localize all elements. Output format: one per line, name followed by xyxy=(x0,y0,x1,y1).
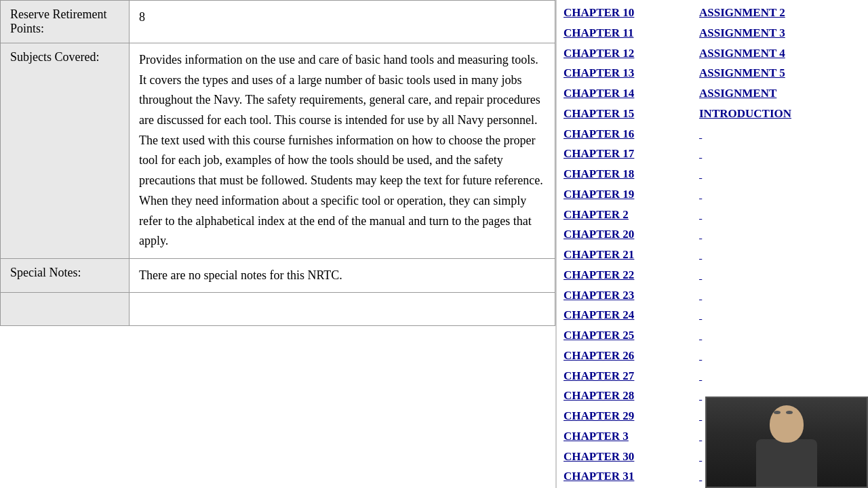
chapter-link[interactable]: CHAPTER 26 xyxy=(564,346,692,366)
person-head xyxy=(770,405,804,443)
assignment-empty xyxy=(699,224,855,245)
chapter-link[interactable]: CHAPTER 21 xyxy=(564,245,692,265)
chapter-link[interactable]: CHAPTER 3 xyxy=(564,426,692,447)
empty-value xyxy=(130,292,555,326)
empty-row xyxy=(1,292,555,326)
chapter-link[interactable]: CHAPTER 23 xyxy=(564,285,692,306)
chapter-link[interactable]: CHAPTER 12 xyxy=(564,43,692,64)
chapter-link[interactable]: CHAPTER 16 xyxy=(564,124,692,144)
chapter-link[interactable]: CHAPTER 15 xyxy=(564,104,692,124)
chapter-link[interactable]: CHAPTER 28 xyxy=(564,386,692,406)
assignment-empty xyxy=(699,346,855,366)
chapter-link[interactable]: CHAPTER 31 xyxy=(564,466,692,487)
chapter-link[interactable]: CHAPTER 11 xyxy=(564,23,692,43)
chapter-link[interactable]: CHAPTER 24 xyxy=(564,305,692,325)
chapter-link[interactable]: CHAPTER 10 xyxy=(564,3,692,23)
assignment-link[interactable]: ASSIGNMENT 5 xyxy=(699,63,855,83)
retirement-label: Reserve Retirement Points: xyxy=(1,1,130,43)
assignment-empty xyxy=(699,285,855,306)
chapter-column: CHAPTER 10CHAPTER 11CHAPTER 12CHAPTER 13… xyxy=(557,3,692,488)
webcam-person xyxy=(707,398,867,487)
assignment-empty xyxy=(699,124,855,144)
chapter-link[interactable]: CHAPTER 18 xyxy=(564,164,692,184)
assignment-link[interactable]: ASSIGNMENT xyxy=(699,83,855,104)
special-notes-row: Special Notes: There are no special note… xyxy=(1,258,555,292)
chapter-link[interactable]: CHAPTER 27 xyxy=(564,366,692,386)
subjects-row: Subjects Covered: Provides information o… xyxy=(1,43,555,259)
empty-label xyxy=(1,292,130,326)
person-figure xyxy=(756,402,817,487)
main-content: Reserve Retirement Points: 8 Subjects Co… xyxy=(0,0,556,488)
assignment-empty xyxy=(699,366,855,386)
assignment-empty xyxy=(699,184,855,205)
chapter-link[interactable]: CHAPTER 19 xyxy=(564,184,692,205)
special-notes-label: Special Notes: xyxy=(1,258,130,292)
info-table: Reserve Retirement Points: 8 Subjects Co… xyxy=(0,0,555,326)
retirement-value: 8 xyxy=(130,1,555,43)
chapter-link[interactable]: CHAPTER 13 xyxy=(564,63,692,83)
assignment-empty xyxy=(699,205,855,225)
assignment-empty xyxy=(699,245,855,265)
assignment-empty xyxy=(699,265,855,285)
chapter-link[interactable]: CHAPTER 17 xyxy=(564,144,692,164)
chapter-link[interactable]: CHAPTER 22 xyxy=(564,265,692,285)
assignment-empty xyxy=(699,144,855,164)
chapter-link[interactable]: CHAPTER 30 xyxy=(564,447,692,467)
assignment-empty xyxy=(699,164,855,184)
chapter-link[interactable]: CHAPTER 2 xyxy=(564,205,692,225)
chapter-link[interactable]: CHAPTER 25 xyxy=(564,325,692,346)
webcam-overlay xyxy=(705,396,868,488)
chapter-link[interactable]: CHAPTER 29 xyxy=(564,406,692,426)
subjects-label: Subjects Covered: xyxy=(1,43,130,259)
assignment-link[interactable]: ASSIGNMENT 2 xyxy=(699,3,855,23)
assignment-link[interactable]: INTRODUCTION xyxy=(699,104,855,124)
person-body xyxy=(756,439,817,487)
assignment-link[interactable]: ASSIGNMENT 4 xyxy=(699,43,855,64)
assignment-empty xyxy=(699,305,855,325)
chapter-link[interactable]: CHAPTER 20 xyxy=(564,224,692,245)
chapter-link[interactable]: CHAPTER 14 xyxy=(564,83,692,104)
subjects-value: Provides information on the use and care… xyxy=(130,43,555,259)
assignment-link[interactable]: ASSIGNMENT 3 xyxy=(699,23,855,43)
special-notes-value: There are no special notes for this NRTC… xyxy=(130,258,555,292)
retirement-row: Reserve Retirement Points: 8 xyxy=(1,1,555,43)
assignment-empty xyxy=(699,325,855,346)
